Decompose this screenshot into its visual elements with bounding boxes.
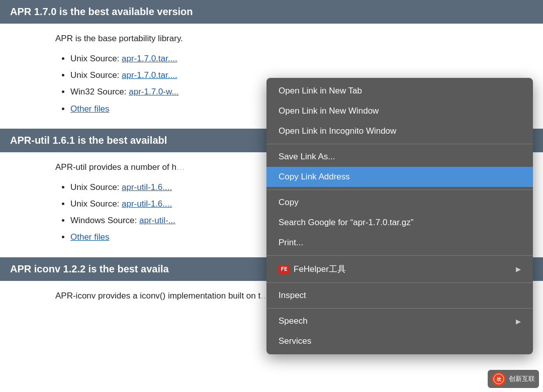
context-menu: Open Link in New Tab Open Link in New Wi… [266, 78, 533, 354]
arrow-icon-speech: ▶ [516, 318, 521, 325]
apr-link-1[interactable]: apr-1.7.0.tar. [122, 54, 177, 63]
apr-link-3[interactable]: apr-1.7.0-w [129, 87, 178, 96]
menu-item-open-new-window[interactable]: Open Link in New Window [266, 101, 533, 121]
menu-item-open-new-tab[interactable]: Open Link in New Tab [266, 81, 533, 101]
watermark-text: 创新互联 [509, 374, 535, 383]
section-desc-apr: APR is the base portability library. [55, 34, 488, 44]
menu-divider-1 [266, 144, 533, 144]
svg-text:坎: 坎 [496, 377, 502, 382]
menu-item-inspect[interactable]: Inspect [266, 285, 533, 306]
menu-item-print[interactable]: Print... [266, 233, 533, 253]
menu-item-speech[interactable]: Speech ▶ [266, 311, 533, 331]
menu-item-fehelper[interactable]: FE FeHelper工具 ▶ [266, 258, 533, 280]
apr-util-other-files-link[interactable]: Other files [70, 232, 109, 242]
watermark: 坎 创新互联 [488, 370, 539, 388]
arrow-icon: ▶ [516, 265, 521, 273]
menu-item-copy[interactable]: Copy [266, 192, 533, 213]
apr-link-2[interactable]: apr-1.7.0.tar. [122, 70, 177, 80]
menu-divider-2 [266, 189, 533, 190]
apr-util-link-1[interactable]: apr-util-1.6. [122, 182, 172, 192]
menu-divider-3 [266, 255, 533, 256]
apr-util-link-3[interactable]: apr-util- [139, 216, 175, 225]
fehelper-icon: FE [279, 265, 290, 274]
menu-item-copy-link-address[interactable]: Copy Link Address [266, 167, 533, 187]
menu-item-search-google[interactable]: Search Google for “apr-1.7.0.tar.gz” [266, 213, 533, 233]
apr-util-link-2[interactable]: apr-util-1.6. [122, 199, 172, 209]
menu-item-save-link-as[interactable]: Save Link As... [266, 147, 533, 167]
menu-divider-5 [266, 308, 533, 309]
watermark-logo-svg: 坎 [493, 373, 504, 384]
section-header-apr: APR 1.7.0 is the best available version [0, 0, 543, 24]
list-item: Unix Source: apr-1.7.0.tar. [70, 52, 488, 65]
menu-item-open-incognito[interactable]: Open Link in Incognito Window [266, 121, 533, 141]
menu-divider-4 [266, 282, 533, 283]
watermark-logo: 坎 [492, 372, 506, 386]
menu-item-services[interactable]: Services [266, 331, 533, 351]
apr-other-files-link[interactable]: Other files [70, 104, 109, 114]
